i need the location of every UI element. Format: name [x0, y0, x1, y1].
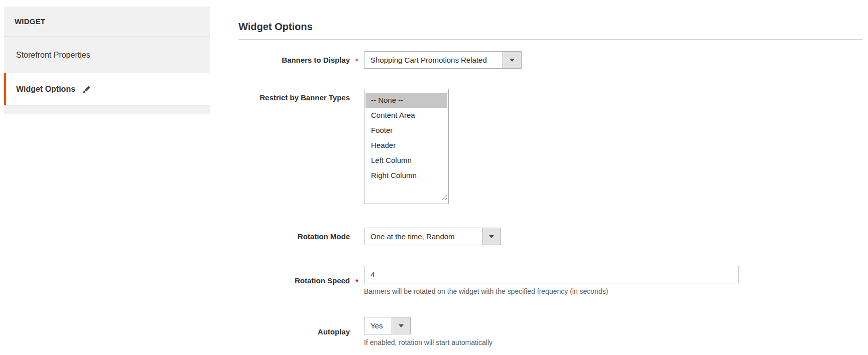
banner-types-listbox[interactable]: -- None -- Content Area Footer Header Le…	[364, 89, 449, 204]
field-label: Rotation Speed	[238, 276, 350, 285]
selected-value: One at the time, Random	[364, 228, 482, 245]
widget-sidebar: WIDGET Storefront Properties Widget Opti…	[4, 7, 210, 114]
sidebar-title: WIDGET	[4, 7, 210, 37]
chevron-down-icon	[510, 59, 515, 62]
required-marker: *	[350, 276, 364, 286]
chevron-down-icon	[489, 235, 494, 238]
sidebar-footer-strip	[4, 105, 210, 114]
sidebar-item-label: Widget Options	[16, 85, 75, 94]
select-dropdown-button[interactable]	[392, 317, 410, 334]
sidebar-item-label: Storefront Properties	[16, 51, 90, 60]
required-marker: *	[350, 55, 364, 65]
pencil-icon	[82, 85, 91, 94]
select-dropdown-button[interactable]	[482, 228, 501, 245]
autoplay-select[interactable]: Yes	[364, 317, 411, 334]
listbox-option-content-area[interactable]: Content Area	[364, 108, 448, 123]
widget-options-panel: Widget Options Banners to Display * Shop…	[238, 0, 862, 346]
sidebar-item-storefront-properties[interactable]: Storefront Properties	[4, 37, 210, 73]
field-row-rotation-speed: Rotation Speed * Banners will be rotated…	[238, 266, 862, 295]
sidebar-item-widget-options[interactable]: Widget Options	[4, 73, 210, 105]
listbox-option-left-column[interactable]: Left Column	[364, 153, 448, 168]
selected-value: Shopping Cart Promotions Related	[364, 52, 503, 68]
banners-to-display-select[interactable]: Shopping Cart Promotions Related	[364, 51, 522, 69]
rotation-speed-input[interactable]	[364, 266, 739, 283]
rotation-mode-select[interactable]: One at the time, Random	[364, 228, 501, 245]
select-dropdown-button[interactable]	[503, 52, 521, 68]
resize-grip-icon[interactable]	[442, 194, 447, 203]
page-title: Widget Options	[238, 21, 862, 33]
field-row-restrict-by-banner-types: Restrict by Banner Types -- None -- Cont…	[238, 89, 862, 204]
chevron-down-icon	[399, 324, 404, 327]
field-label: Rotation Mode	[238, 232, 350, 241]
listbox-option-footer[interactable]: Footer	[364, 123, 448, 138]
field-note: Banners will be rotated on the widget wi…	[364, 287, 862, 295]
listbox-option-none[interactable]: -- None --	[365, 93, 447, 108]
listbox-option-right-column[interactable]: Right Column	[364, 168, 448, 183]
selected-value: Yes	[364, 317, 392, 334]
field-row-banners-to-display: Banners to Display * Shopping Cart Promo…	[238, 51, 862, 69]
field-note: If enabled, rotation will start automati…	[364, 338, 862, 346]
field-label: Autoplay	[238, 327, 350, 336]
listbox-option-header[interactable]: Header	[364, 138, 448, 153]
field-row-rotation-mode: Rotation Mode One at the time, Random	[238, 228, 862, 245]
section-header: Widget Options	[238, 0, 862, 40]
field-row-autoplay: Autoplay Yes If enabled, rotation will s…	[238, 317, 862, 346]
field-label: Banners to Display	[238, 56, 350, 65]
field-label: Restrict by Banner Types	[238, 89, 350, 102]
widget-options-form: Banners to Display * Shopping Cart Promo…	[238, 51, 862, 346]
